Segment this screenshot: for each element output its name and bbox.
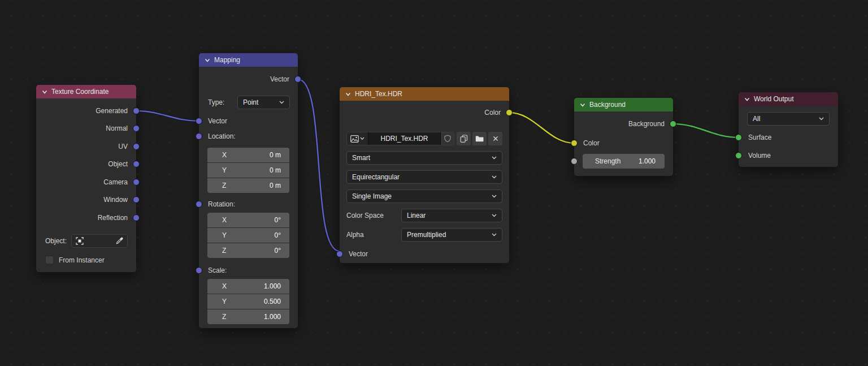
socket-color-output[interactable] xyxy=(506,109,513,116)
socket-scale-input[interactable] xyxy=(196,267,202,274)
projection-dropdown[interactable]: Equirectangular xyxy=(346,170,502,184)
location-values: X0 m Y0 m Z0 m xyxy=(207,148,289,193)
open-image-button[interactable] xyxy=(472,132,487,145)
alpha-label: Alpha xyxy=(346,231,401,239)
link-generated-to-mapping-vector xyxy=(136,111,199,121)
node-title: Texture Coordinate xyxy=(51,88,108,96)
from-instancer-label: From Instancer xyxy=(59,256,105,264)
output-label: Object xyxy=(108,160,128,168)
scale-x-field[interactable]: X1.000 xyxy=(207,279,289,294)
socket-volume-input[interactable] xyxy=(735,152,742,159)
chevron-down-icon xyxy=(279,101,284,104)
link-background-to-surface xyxy=(673,124,739,137)
output-label: Window xyxy=(103,196,128,204)
folder-icon xyxy=(475,135,484,142)
node-editor-canvas[interactable]: { "canvas": {"background": "#1d1d1d", "g… xyxy=(0,0,868,366)
socket-surface-input[interactable] xyxy=(735,134,742,141)
output-label: Normal xyxy=(106,124,128,132)
socket-generated-output[interactable] xyxy=(133,107,140,114)
eyedropper-icon[interactable] xyxy=(116,237,123,244)
image-name-field[interactable]: HDRI_Tex.HDR xyxy=(368,132,440,145)
chevron-down-icon xyxy=(492,233,497,236)
socket-uv-output[interactable] xyxy=(133,143,140,150)
node-background[interactable]: Background Background Color Strength 1.0… xyxy=(574,98,673,176)
section-label: Rotation: xyxy=(208,200,235,208)
scale-y-field[interactable]: Y0.500 xyxy=(207,294,289,309)
input-label: Vector xyxy=(208,117,227,125)
output-label: Color xyxy=(484,109,501,117)
type-dropdown[interactable]: Point xyxy=(237,96,290,109)
color-space-dropdown[interactable]: Linear xyxy=(401,209,502,222)
collapse-chevron-icon[interactable] xyxy=(580,103,585,107)
chevron-down-icon xyxy=(492,156,497,160)
collapse-chevron-icon[interactable] xyxy=(744,97,750,101)
socket-vector-input[interactable] xyxy=(336,251,343,257)
socket-vector-input[interactable] xyxy=(196,118,202,124)
output-label: UV xyxy=(118,143,128,150)
object-picker-field[interactable] xyxy=(71,234,128,248)
new-image-button[interactable] xyxy=(457,132,471,145)
socket-rotation-input[interactable] xyxy=(196,201,202,208)
chevron-down-icon xyxy=(492,175,497,179)
interpolation-dropdown[interactable]: Smart xyxy=(346,151,502,165)
type-label: Type: xyxy=(208,98,224,106)
chevron-down-icon xyxy=(819,117,824,120)
from-instancer-checkbox[interactable] xyxy=(45,256,54,264)
source-dropdown[interactable]: Single Image xyxy=(346,190,502,203)
socket-strength-input[interactable] xyxy=(571,158,578,165)
rotation-x-field[interactable]: X0° xyxy=(207,213,289,227)
rotation-y-field[interactable]: Y0° xyxy=(207,228,289,243)
chevron-down-icon xyxy=(492,195,497,198)
node-texture-coordinate[interactable]: Texture Coordinate Generated Normal UV O… xyxy=(36,85,136,272)
socket-background-output[interactable] xyxy=(670,120,676,127)
socket-location-input[interactable] xyxy=(196,133,202,140)
unlink-image-button[interactable] xyxy=(488,132,502,145)
node-title: HDRI_Tex.HDR xyxy=(355,90,402,98)
target-dropdown[interactable]: All xyxy=(747,112,830,126)
image-icon xyxy=(350,135,359,143)
collapse-chevron-icon[interactable] xyxy=(205,58,210,62)
node-title: Background xyxy=(589,101,626,109)
node-environment-texture[interactable]: HDRI_Tex.HDR Color HDRI_Tex.HDR xyxy=(340,87,509,263)
output-label: Generated xyxy=(96,107,128,115)
socket-color-input[interactable] xyxy=(571,140,578,147)
socket-camera-output[interactable] xyxy=(133,179,140,186)
socket-window-output[interactable] xyxy=(133,196,140,203)
input-label: Color xyxy=(583,139,600,147)
copy-icon xyxy=(460,135,468,143)
node-title: World Output xyxy=(754,95,793,103)
link-mapping-vector-to-envtex-vector xyxy=(298,79,340,251)
scale-z-field[interactable]: Z1.000 xyxy=(207,309,289,324)
collapse-chevron-icon[interactable] xyxy=(42,90,47,94)
node-header[interactable]: HDRI_Tex.HDR xyxy=(340,87,509,101)
collapse-chevron-icon[interactable] xyxy=(345,92,351,96)
socket-object-output[interactable] xyxy=(133,161,140,167)
strength-field[interactable]: Strength 1.000 xyxy=(583,154,665,169)
location-y-field[interactable]: Y0 m xyxy=(207,163,289,178)
fake-user-button[interactable] xyxy=(440,132,454,145)
shield-icon xyxy=(444,135,452,143)
output-label: Camera xyxy=(103,178,128,186)
object-data-icon xyxy=(76,237,84,245)
socket-normal-output[interactable] xyxy=(133,125,140,132)
location-z-field[interactable]: Z0 m xyxy=(207,178,289,193)
location-x-field[interactable]: X0 m xyxy=(207,148,289,162)
output-label: Background xyxy=(628,120,665,128)
chevron-down-icon xyxy=(492,214,497,217)
node-header[interactable]: Texture Coordinate xyxy=(36,85,136,98)
node-world-output[interactable]: World Output All Surface Volume xyxy=(739,92,838,167)
node-mapping[interactable]: Mapping Vector Type: Point Vector Locati… xyxy=(199,53,298,328)
object-label: Object: xyxy=(45,237,67,245)
alpha-dropdown[interactable]: Premultiplied xyxy=(401,228,502,242)
node-header[interactable]: Mapping xyxy=(199,53,298,67)
rotation-values: X0° Y0° Z0° xyxy=(207,213,289,258)
node-header[interactable]: World Output xyxy=(739,92,838,106)
socket-reflection-output[interactable] xyxy=(133,214,140,221)
socket-vector-output[interactable] xyxy=(294,76,301,83)
section-label: Location: xyxy=(208,132,236,140)
node-header[interactable]: Background xyxy=(574,98,673,111)
link-color-to-background-color xyxy=(509,113,574,143)
rotation-z-field[interactable]: Z0° xyxy=(207,243,289,258)
input-label: Vector xyxy=(349,250,368,258)
image-browse-button[interactable] xyxy=(346,132,368,145)
